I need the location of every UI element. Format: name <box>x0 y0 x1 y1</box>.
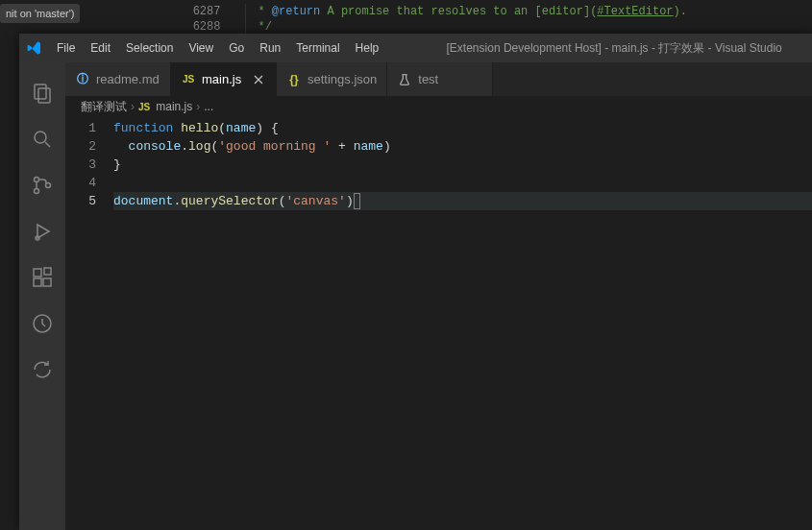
svg-point-2 <box>35 132 46 143</box>
chevron-right-icon: › <box>131 100 135 113</box>
commit-badge: nit on 'master') <box>0 4 80 23</box>
svg-rect-10 <box>34 278 41 286</box>
bg-divider <box>245 4 246 37</box>
menu-help[interactable]: Help <box>349 37 386 59</box>
breadcrumb-file[interactable]: main.js <box>156 100 192 113</box>
svg-point-4 <box>35 178 39 182</box>
run-debug-icon[interactable] <box>19 208 65 254</box>
js-icon: JS <box>138 102 150 112</box>
menu-bar: File Edit Selection View Go Run Terminal… <box>50 37 385 59</box>
vscode-window: File Edit Selection View Go Run Terminal… <box>19 34 812 530</box>
tab-test[interactable]: test <box>387 62 493 96</box>
bg-code-lines: * @return A promise that resolves to an … <box>258 4 687 35</box>
vscode-logo-icon <box>27 40 42 56</box>
svg-rect-1 <box>38 88 50 103</box>
json-icon: {} <box>286 72 302 87</box>
activity-bar <box>19 62 65 530</box>
menu-run[interactable]: Run <box>253 37 287 59</box>
menu-terminal[interactable]: Terminal <box>289 37 346 59</box>
svg-marker-7 <box>37 225 49 238</box>
svg-rect-11 <box>43 278 51 286</box>
close-icon[interactable] <box>251 72 266 87</box>
timeline-icon[interactable] <box>19 301 65 347</box>
menu-file[interactable]: File <box>50 37 82 59</box>
code-editor[interactable]: 12345 function hello(name) { console.log… <box>65 117 812 530</box>
background-editor: nit on 'master') 6287 6288 * @return A p… <box>0 0 812 34</box>
svg-line-3 <box>45 142 50 147</box>
menu-selection[interactable]: Selection <box>119 37 180 59</box>
breadcrumb-folder[interactable]: 翻译测试 <box>81 99 127 115</box>
extensions-icon[interactable] <box>19 254 65 301</box>
tab-mainjs[interactable]: JS main.js <box>171 62 277 96</box>
svg-rect-0 <box>35 84 46 99</box>
menu-edit[interactable]: Edit <box>84 37 117 59</box>
info-icon: ⓘ <box>75 72 90 87</box>
breadcrumb[interactable]: 翻译测试 › JS main.js › ... <box>65 96 812 117</box>
window-title: [Extension Development Host] - main.js -… <box>385 40 804 57</box>
sync-icon[interactable] <box>19 347 65 393</box>
code-content[interactable]: function hello(name) { console.log('good… <box>113 119 812 530</box>
tab-label: main.js <box>202 72 241 86</box>
beaker-icon <box>397 72 412 87</box>
menu-go[interactable]: Go <box>222 37 251 59</box>
tab-label: readme.md <box>96 72 160 86</box>
js-icon: JS <box>181 72 196 87</box>
menu-view[interactable]: View <box>182 37 220 59</box>
line-gutter: 12345 <box>65 119 113 530</box>
breadcrumb-ellipsis[interactable]: ... <box>204 100 213 113</box>
tab-label: test <box>418 72 438 86</box>
editor-area: ⓘ readme.md JS main.js {} settings.json <box>65 62 812 530</box>
source-control-icon[interactable] <box>19 162 65 208</box>
tab-label: settings.json <box>308 72 377 86</box>
titlebar: File Edit Selection View Go Run Terminal… <box>19 34 812 62</box>
svg-point-5 <box>35 189 39 194</box>
svg-rect-9 <box>34 269 41 277</box>
tab-bar: ⓘ readme.md JS main.js {} settings.json <box>65 62 812 96</box>
bg-gutter: 6287 6288 <box>185 4 234 35</box>
svg-point-6 <box>46 183 51 188</box>
svg-rect-12 <box>44 268 51 275</box>
chevron-right-icon: › <box>196 100 200 113</box>
tab-readme[interactable]: ⓘ readme.md <box>65 62 171 96</box>
tab-settings[interactable]: {} settings.json <box>277 62 387 96</box>
explorer-icon[interactable] <box>19 70 65 116</box>
search-icon[interactable] <box>19 116 65 162</box>
